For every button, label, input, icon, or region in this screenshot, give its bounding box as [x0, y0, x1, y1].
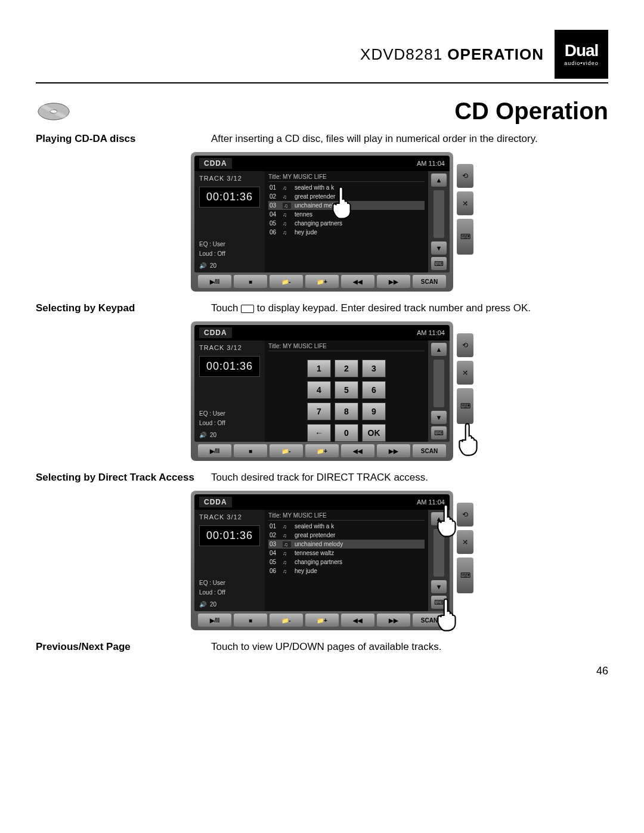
scroll-slider[interactable]	[434, 190, 444, 238]
header-title: XDVD8281 OPERATION	[360, 45, 544, 64]
list-item[interactable]: 06♫hey jude	[268, 228, 425, 237]
page-up-button[interactable]: ▲	[431, 343, 447, 356]
keypad-5[interactable]: 5	[335, 381, 358, 399]
list-item[interactable]: 06♫hey jude	[268, 566, 425, 575]
section-title: CD Operation	[454, 98, 608, 125]
numeric-keypad: 1 2 3 4 5 6 7 8 9 ← 0 OK	[268, 352, 425, 442]
list-item[interactable]: 02♫great pretender	[268, 531, 425, 540]
keypad-1[interactable]: 1	[307, 360, 331, 377]
elapsed-time: 00:01:36	[199, 187, 260, 208]
list-item[interactable]: 01♫sealed with a k	[268, 522, 425, 531]
side-keypad-button[interactable]: ⌨	[457, 388, 473, 424]
header-section: OPERATION	[447, 45, 544, 63]
brand-sub: audio•video	[564, 60, 599, 66]
page-header: XDVD8281 OPERATION Dual audio•video	[36, 30, 608, 83]
repeat-button[interactable]: ⟲	[457, 333, 473, 357]
list-item[interactable]: 04♫tennesse waltz	[268, 549, 425, 558]
disc-title: Title: MY MUSIC LIFE	[268, 174, 425, 182]
keypad-0[interactable]: 0	[335, 424, 358, 442]
keypad-icon	[241, 305, 254, 313]
shuffle-button[interactable]: ⤨	[457, 361, 473, 385]
screen-direct-track: CDDAAM 11:04 TRACK 3/12 00:01:36 EQ : Us…	[191, 491, 453, 630]
page-down-button[interactable]: ▼	[431, 241, 447, 255]
mode-label: CDDA	[199, 158, 232, 169]
volume-value: 20	[210, 262, 216, 269]
folder-next-button[interactable]: 📁+	[305, 275, 339, 288]
scan-button[interactable]: SCAN	[413, 275, 446, 288]
transport-bar: ▶/II ■ 📁- 📁+ ◀◀ ▶▶ SCAN	[194, 272, 450, 288]
folder-prev-button[interactable]: 📁-	[270, 275, 303, 288]
side-keypad-button[interactable]: ⌨	[457, 219, 473, 255]
keypad-2[interactable]: 2	[335, 360, 358, 377]
keypad-6[interactable]: 6	[362, 381, 386, 399]
row2-desc: Touch to display keypad. Enter desired t…	[211, 302, 608, 314]
hand-pointer-icon	[454, 422, 482, 457]
row3-label: Selecting by Direct Track Access	[36, 472, 203, 484]
list-item[interactable]: 03♫unchained melody	[268, 540, 425, 549]
track-counter: TRACK 3/12	[199, 175, 260, 182]
page-down-button[interactable]: ▼	[431, 580, 447, 593]
hand-pointer-icon	[328, 185, 355, 221]
row2-label: Selecting by Keypad	[36, 302, 203, 314]
play-pause-button[interactable]: ▶/II	[198, 275, 231, 288]
keypad-back[interactable]: ←	[307, 424, 331, 442]
keypad-8[interactable]: 8	[335, 402, 358, 420]
keypad-9[interactable]: 9	[362, 402, 386, 420]
page-up-button[interactable]: ▲	[431, 174, 447, 187]
scroll-slider[interactable]	[434, 360, 444, 407]
stop-button[interactable]: ■	[234, 275, 267, 288]
screen-tracklist: CDDAAM 11:04 TRACK 3/12 00:01:36 EQ : Us…	[191, 152, 453, 292]
shuffle-button[interactable]: ⤨	[457, 191, 473, 215]
page-number: 46	[36, 665, 608, 677]
row4-label: Previous/Next Page	[36, 641, 203, 653]
keypad-button[interactable]: ⌨	[431, 426, 447, 439]
keypad-7[interactable]: 7	[307, 402, 331, 420]
keypad-ok[interactable]: OK	[362, 424, 386, 442]
hand-pointer-icon	[433, 597, 460, 633]
rewind-button[interactable]: ◀◀	[341, 275, 374, 288]
row4-desc: Touch to view UP/DOWN pages of available…	[211, 641, 608, 653]
row3-desc: Touch desired track for DIRECT TRACK acc…	[211, 472, 608, 484]
clock: AM 11:04	[417, 160, 445, 167]
volume-icon: 🔊	[199, 262, 206, 269]
repeat-button[interactable]: ⟲	[457, 164, 473, 188]
row1-desc: After inserting a CD disc, files will pl…	[211, 133, 608, 145]
keypad-3[interactable]: 3	[362, 360, 386, 377]
page-down-button[interactable]: ▼	[431, 411, 447, 424]
side-keypad-button[interactable]: ⌨	[457, 558, 473, 593]
screen-keypad: CDDAAM 11:04 TRACK 3/12 00:01:36 EQ : Us…	[191, 321, 453, 461]
row1-label: Playing CD-DA discs	[36, 133, 203, 145]
keypad-4[interactable]: 4	[307, 381, 331, 399]
keypad-button[interactable]: ⌨	[431, 257, 447, 270]
brand-logo: Dual audio•video	[555, 30, 608, 79]
disc-icon	[36, 100, 72, 123]
brand-text: Dual	[565, 42, 599, 59]
hand-pointer-icon	[433, 503, 460, 538]
forward-button[interactable]: ▶▶	[377, 275, 410, 288]
model-num: XDVD8281	[360, 45, 442, 63]
list-item[interactable]: 05♫changing partners	[268, 558, 425, 566]
